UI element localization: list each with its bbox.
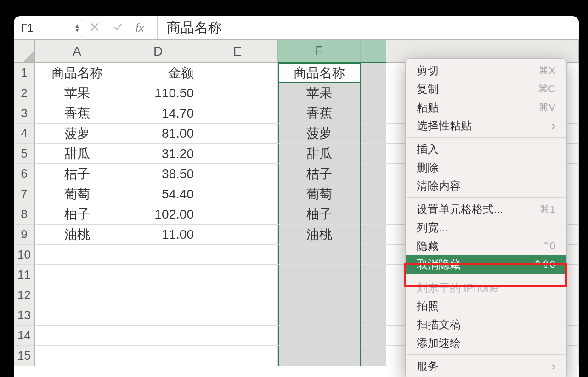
cell-F14[interactable] bbox=[278, 326, 361, 346]
cell-E15[interactable] bbox=[197, 346, 278, 366]
row-header-11[interactable]: 11 bbox=[14, 265, 35, 285]
cell-E4[interactable] bbox=[197, 124, 278, 144]
menu-item-取消隐藏[interactable]: 取消隐藏⌃⇧0 bbox=[406, 255, 566, 274]
cell-E6[interactable] bbox=[197, 164, 278, 184]
row-header-14[interactable]: 14 bbox=[14, 326, 35, 346]
cell-F8[interactable]: 柚子 bbox=[278, 204, 361, 225]
cell-E7[interactable] bbox=[197, 184, 278, 204]
menu-item-设置单元格格式...[interactable]: 设置单元格格式...⌘1 bbox=[406, 200, 566, 219]
cell-G12[interactable] bbox=[361, 285, 386, 305]
context-menu[interactable]: 剪切⌘X复制⌘C粘贴⌘V选择性粘贴›插入删除清除内容设置单元格格式...⌘1列宽… bbox=[405, 58, 567, 377]
menu-item-隐藏[interactable]: 隐藏⌃0 bbox=[406, 237, 566, 255]
cell-D2[interactable]: 110.50 bbox=[119, 83, 197, 103]
cell-D11[interactable] bbox=[119, 265, 197, 285]
row-header-8[interactable]: 8 bbox=[14, 204, 35, 225]
cell-A12[interactable] bbox=[35, 285, 119, 305]
cell-D8[interactable]: 102.00 bbox=[119, 204, 197, 225]
cell-D3[interactable]: 14.70 bbox=[119, 103, 197, 124]
menu-item-选择性粘贴[interactable]: 选择性粘贴› bbox=[406, 117, 566, 135]
cell-F12[interactable] bbox=[278, 285, 361, 305]
cell-E5[interactable] bbox=[197, 144, 278, 164]
row-header-15[interactable]: 15 bbox=[14, 346, 35, 366]
cell-A4[interactable]: 菠萝 bbox=[35, 124, 119, 144]
row-header-10[interactable]: 10 bbox=[14, 245, 35, 265]
row-header-2[interactable]: 2 bbox=[14, 83, 35, 103]
row-header-1[interactable]: 1 bbox=[14, 63, 35, 83]
cell-D1[interactable]: 金额 bbox=[119, 63, 197, 83]
cell-D4[interactable]: 81.00 bbox=[119, 124, 197, 144]
cell-D9[interactable]: 11.00 bbox=[119, 225, 197, 245]
menu-item-剪切[interactable]: 剪切⌘X bbox=[406, 62, 566, 80]
cell-E9[interactable] bbox=[197, 225, 278, 245]
cell-F5[interactable]: 甜瓜 bbox=[278, 144, 361, 164]
cell-A2[interactable]: 苹果 bbox=[35, 83, 119, 103]
cell-F4[interactable]: 菠萝 bbox=[278, 124, 361, 144]
menu-item-粘贴[interactable]: 粘贴⌘V bbox=[406, 98, 566, 117]
cell-F7[interactable]: 葡萄 bbox=[278, 184, 361, 204]
row-header-7[interactable]: 7 bbox=[14, 184, 35, 204]
cell-E8[interactable] bbox=[197, 204, 278, 225]
menu-item-清除内容[interactable]: 清除内容 bbox=[406, 177, 566, 195]
row-header-3[interactable]: 3 bbox=[14, 103, 35, 124]
cell-A9[interactable]: 油桃 bbox=[35, 225, 119, 245]
row-header-4[interactable]: 4 bbox=[14, 124, 35, 144]
cell-F11[interactable] bbox=[278, 265, 361, 285]
cell-E14[interactable] bbox=[197, 326, 278, 346]
name-box[interactable]: F1 ▲▼ bbox=[17, 19, 83, 37]
menu-item-插入[interactable]: 插入 bbox=[406, 140, 566, 158]
cell-G13[interactable] bbox=[361, 305, 386, 326]
column-header-E[interactable]: E bbox=[197, 40, 278, 63]
column-header-F[interactable]: F bbox=[278, 40, 361, 63]
column-header-G[interactable] bbox=[361, 40, 386, 63]
cell-G1[interactable] bbox=[361, 63, 386, 83]
cell-E3[interactable] bbox=[197, 103, 278, 124]
confirm-formula-icon[interactable] bbox=[113, 22, 123, 34]
cell-G8[interactable] bbox=[361, 204, 386, 225]
menu-item-添加速绘[interactable]: 添加速绘 bbox=[406, 334, 566, 352]
row-header-6[interactable]: 6 bbox=[14, 164, 35, 184]
cell-E11[interactable] bbox=[197, 265, 278, 285]
cell-D7[interactable]: 54.40 bbox=[119, 184, 197, 204]
cell-F9[interactable]: 油桃 bbox=[278, 225, 361, 245]
cell-G14[interactable] bbox=[361, 326, 386, 346]
cell-G11[interactable] bbox=[361, 265, 386, 285]
cell-A3[interactable]: 香蕉 bbox=[35, 103, 119, 124]
fx-label[interactable]: fx bbox=[136, 22, 144, 34]
row-header-5[interactable]: 5 bbox=[14, 144, 35, 164]
cancel-formula-icon[interactable] bbox=[90, 22, 100, 34]
cell-F10[interactable] bbox=[278, 245, 361, 265]
cell-F15[interactable] bbox=[278, 346, 361, 366]
cell-G10[interactable] bbox=[361, 245, 386, 265]
menu-item-列宽...[interactable]: 列宽... bbox=[406, 219, 566, 237]
cell-A6[interactable]: 桔子 bbox=[35, 164, 119, 184]
cell-G15[interactable] bbox=[361, 346, 386, 366]
cell-F13[interactable] bbox=[278, 305, 361, 326]
cell-E1[interactable] bbox=[197, 63, 278, 83]
cell-A15[interactable] bbox=[35, 346, 119, 366]
row-header-13[interactable]: 13 bbox=[14, 305, 35, 326]
cell-F6[interactable]: 桔子 bbox=[278, 164, 361, 184]
cell-F2[interactable]: 苹果 bbox=[278, 83, 361, 103]
cell-A7[interactable]: 葡萄 bbox=[35, 184, 119, 204]
cell-F1[interactable]: 商品名称 bbox=[278, 63, 361, 83]
cell-A1[interactable]: 商品名称 bbox=[35, 63, 119, 83]
cell-A11[interactable] bbox=[35, 265, 119, 285]
row-header-12[interactable]: 12 bbox=[14, 285, 35, 305]
formula-input[interactable]: 商品名称 bbox=[157, 16, 579, 39]
menu-item-删除[interactable]: 删除 bbox=[406, 158, 566, 177]
menu-item-服务[interactable]: 服务› bbox=[406, 357, 566, 376]
menu-item-拍照[interactable]: 拍照 bbox=[406, 297, 566, 315]
cell-A8[interactable]: 柚子 bbox=[35, 204, 119, 225]
cell-D14[interactable] bbox=[119, 326, 197, 346]
cell-G6[interactable] bbox=[361, 164, 386, 184]
menu-item-复制[interactable]: 复制⌘C bbox=[406, 80, 566, 98]
cell-A5[interactable]: 甜瓜 bbox=[35, 144, 119, 164]
row-header-9[interactable]: 9 bbox=[14, 225, 35, 245]
cell-G5[interactable] bbox=[361, 144, 386, 164]
cell-D5[interactable]: 31.20 bbox=[119, 144, 197, 164]
cell-G4[interactable] bbox=[361, 124, 386, 144]
name-box-stepper-icon[interactable]: ▲▼ bbox=[74, 23, 80, 33]
cell-A10[interactable] bbox=[35, 245, 119, 265]
cell-G7[interactable] bbox=[361, 184, 386, 204]
cell-G9[interactable] bbox=[361, 225, 386, 245]
